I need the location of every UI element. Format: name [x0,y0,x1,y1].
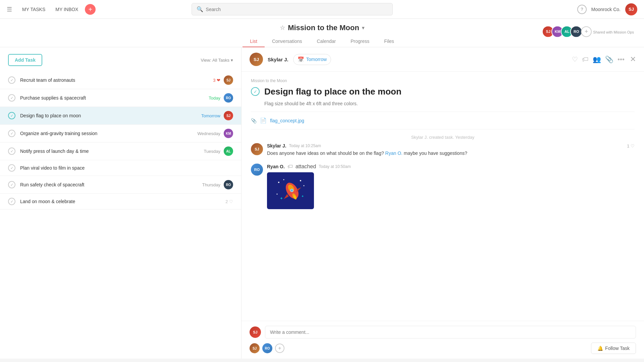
task-name: Organize anti-gravity training session [20,131,198,136]
attachment-button[interactable]: 📎 [605,55,613,63]
task-meta: 3 ❤ SJ [213,75,233,85]
task-name: Notify press of launch day & time [20,148,204,154]
task-assignee-avatar: SJ [224,75,233,85]
comment-author: Ryan O. [267,164,285,169]
tag-button[interactable]: 🏷 [582,56,589,63]
nav-right: ? Moonrock Co. SJ [577,3,637,15]
comment-header: Ryan O. 🏷 attached Today at 10:50am [267,164,635,170]
task-detail-header: SJ Skylar J. 📅 Tomorrow ♡ 🏷 👥 📎 ••• ✕ [241,47,644,72]
table-row[interactable]: ✓ Design flag to place on moon Tomorrow … [0,107,241,125]
view-selector[interactable]: View: All Tasks ▾ [201,58,233,63]
comment-avatar: SJ [251,143,263,155]
mention[interactable]: Ryan O. [385,150,402,156]
rocket-image: ✦ ✦ [267,172,314,209]
chevron-down-icon[interactable]: ▾ [362,25,364,31]
hamburger-icon[interactable]: ☰ [7,6,12,13]
task-checkbox[interactable]: ✓ [8,198,15,205]
top-nav: ☰ MY TASKS MY INBOX + 🔍 ? Moonrock Co. S… [0,0,644,19]
shared-users: SJ KM AL RO + Shared with Mission Ops [542,25,634,38]
table-row[interactable]: ✓ Recruit team of astronauts 3 ❤ SJ [0,71,241,89]
table-row[interactable]: ✓ Organize anti-gravity training session… [0,125,241,142]
tab-progress[interactable]: Progress [343,36,377,47]
org-name[interactable]: Moonrock Co. [591,7,621,12]
tab-list[interactable]: List [243,36,265,47]
more-options-button[interactable]: ••• [618,56,625,63]
tab-calendar[interactable]: Calendar [309,36,343,47]
close-button[interactable]: ✕ [630,55,636,64]
table-row[interactable]: ✓ Notify press of launch day & time Tues… [0,142,241,160]
task-checkbox[interactable]: ✓ [8,76,15,84]
table-row[interactable]: ✓ Run safety check of spacecraft Thursda… [0,176,241,194]
task-meta: Tomorrow SJ [201,111,233,120]
task-name: Run safety check of spacecraft [20,182,202,187]
comment-input[interactable] [265,326,636,339]
like-button[interactable]: ♡ [572,55,578,63]
attached-word: attached [296,164,316,170]
footer-avatar-1[interactable]: SJ [250,343,260,353]
project-title-text: Mission to the Moon [288,23,359,32]
my-inbox-link[interactable]: MY INBOX [55,7,78,12]
search-bar[interactable]: 🔍 [192,3,393,15]
detail-due-date-text: Tomorrow [306,57,327,62]
tab-conversations[interactable]: Conversations [265,36,310,47]
task-hearts[interactable]: 3 ❤ [213,78,220,83]
svg-point-3 [300,180,301,181]
comment-header: Skylar J. Today at 10:25am 1 ♡ [267,143,635,148]
add-follower-button[interactable]: + [275,344,284,353]
task-title-checkbox[interactable]: ✓ [251,87,260,96]
svg-point-4 [304,185,305,186]
detail-assignee-avatar[interactable]: SJ [250,53,263,66]
add-task-button[interactable]: Add Task [8,54,42,66]
search-input[interactable] [206,7,388,12]
task-title-text: Design flag to place on the moon [264,86,401,97]
table-row[interactable]: ✓ Land on moon & celebrate 2 ♡ [0,194,241,209]
footer-avatar-2[interactable]: RO [262,343,272,353]
task-detail-panel: SJ Skylar J. 📅 Tomorrow ♡ 🏷 👥 📎 ••• ✕ Mi… [241,47,644,359]
svg-point-2 [283,179,284,180]
task-assignee-avatar: SJ [224,111,233,120]
view-selector-label: View: All Tasks [201,58,229,63]
task-date: Today [209,96,220,101]
tab-files[interactable]: Files [377,36,401,47]
task-date: Tuesday [204,149,220,154]
star-icon[interactable]: ☆ [280,24,285,32]
my-tasks-link[interactable]: MY TASKS [22,7,45,12]
task-meta: 2 ♡ [225,199,233,204]
table-row[interactable]: ✓ Plan viral video to film in space [0,160,241,176]
task-likes[interactable]: 2 ♡ [225,199,233,204]
view-selector-chevron: ▾ [231,58,233,63]
task-checkbox[interactable]: ✓ [8,94,15,102]
svg-point-1 [278,182,279,183]
task-description: Flag size should be 4ft x 6ft and three … [264,101,635,106]
add-shared-user-button[interactable]: + [581,26,592,37]
collaborators-button[interactable]: 👥 [593,55,601,63]
add-button[interactable]: + [85,4,96,15]
comment-text: Does anyone have ideas on what should be… [267,150,635,157]
help-button[interactable]: ? [577,5,587,14]
task-checkbox[interactable]: ✓ [8,181,15,188]
task-name: Land on moon & celebrate [20,199,225,204]
user-avatar[interactable]: SJ [625,3,637,15]
file-icon: 📄 [260,117,267,124]
attachment-name[interactable]: flag_concept.jpg [270,118,304,123]
divider [251,129,635,129]
task-checkbox[interactable]: ✓ [8,130,15,137]
task-list-panel: Add Task View: All Tasks ▾ ✓ Recruit tea… [0,47,241,359]
detail-assignee-name[interactable]: Skylar J. [268,57,288,62]
task-list: ✓ Recruit team of astronauts 3 ❤ SJ ✓ Pu… [0,71,241,359]
task-detail-footer: SJ SJ RO + 🔔 Follow Task [241,321,644,359]
search-icon: 🔍 [197,6,203,12]
task-checkbox[interactable]: ✓ [8,147,15,155]
task-checkbox[interactable]: ✓ [8,164,15,172]
tag-icon: 🏷 [287,164,293,170]
task-checkbox[interactable]: ✓ [8,112,15,119]
comment-time: Today at 10:25am [289,143,321,148]
main-content: Add Task View: All Tasks ▾ ✓ Recruit tea… [0,47,644,359]
shared-user-4[interactable]: RO [570,25,582,38]
comment-item: SJ Skylar J. Today at 10:25am 1 ♡ Does a… [251,143,635,157]
detail-due-date[interactable]: 📅 Tomorrow [293,54,331,65]
comment-body: Ryan O. 🏷 attached Today at 10:50am [267,164,635,209]
comment-likes[interactable]: 1 ♡ [627,143,635,148]
table-row[interactable]: ✓ Purchase supplies & spacecraft Today R… [0,89,241,107]
follow-task-button[interactable]: 🔔 Follow Task [591,343,636,354]
